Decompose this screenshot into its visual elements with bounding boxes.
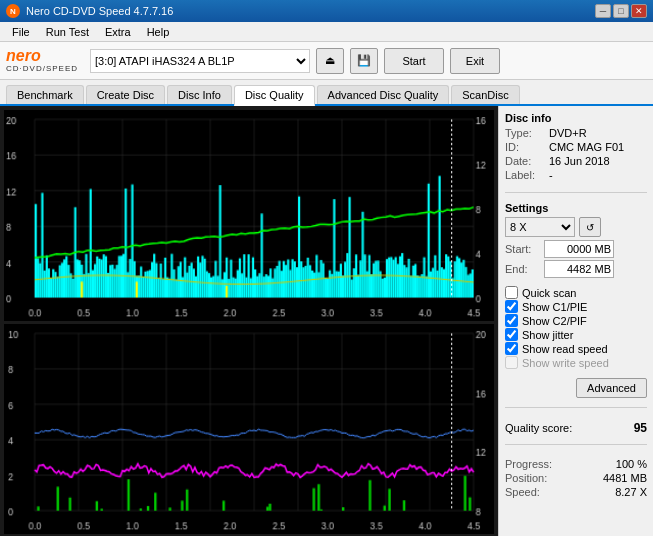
speed-value: 8.27 X	[615, 486, 647, 498]
type-label: Type:	[505, 127, 545, 139]
disc-info-section: Disc info Type: DVD+R ID: CMC MAG F01 Da…	[505, 112, 647, 183]
tab-advanced-disc-quality[interactable]: Advanced Disc Quality	[317, 85, 450, 104]
position-value: 4481 MB	[603, 472, 647, 484]
device-select[interactable]: [3:0] ATAPI iHAS324 A BL1P	[90, 49, 310, 73]
save-button[interactable]: 💾	[350, 48, 378, 74]
show-read-speed-checkbox[interactable]	[505, 342, 518, 355]
menu-extra[interactable]: Extra	[97, 24, 139, 40]
start-label: Start:	[505, 243, 540, 255]
right-panel: Disc info Type: DVD+R ID: CMC MAG F01 Da…	[498, 106, 653, 536]
id-row: ID: CMC MAG F01	[505, 141, 647, 153]
quick-scan-row: Quick scan	[505, 286, 647, 299]
eject-button[interactable]: ⏏	[316, 48, 344, 74]
quick-scan-label: Quick scan	[522, 287, 576, 299]
app-icon: N	[6, 4, 20, 18]
show-jitter-label: Show jitter	[522, 329, 573, 341]
date-row: Date: 16 Jun 2018	[505, 155, 647, 167]
show-jitter-row: Show jitter	[505, 328, 647, 341]
exit-button[interactable]: Exit	[450, 48, 500, 74]
quality-score-value: 95	[634, 421, 647, 435]
speed-label: Speed:	[505, 486, 540, 498]
speed-row: Speed: 8.27 X	[505, 486, 647, 498]
start-range: Start:	[505, 240, 647, 258]
position-row: Position: 4481 MB	[505, 472, 647, 484]
tab-benchmark[interactable]: Benchmark	[6, 85, 84, 104]
settings-section: Settings 8 X ↺ Start: End:	[505, 202, 647, 280]
show-write-speed-checkbox[interactable]	[505, 356, 518, 369]
show-c1pie-row: Show C1/PIE	[505, 300, 647, 313]
label-row: Label: -	[505, 169, 647, 181]
progress-row: Progress: 100 %	[505, 458, 647, 470]
close-button[interactable]: ✕	[631, 4, 647, 18]
maximize-button[interactable]: □	[613, 4, 629, 18]
end-field[interactable]	[544, 260, 614, 278]
progress-value: 100 %	[616, 458, 647, 470]
id-label: ID:	[505, 141, 545, 153]
settings-header: Settings	[505, 202, 647, 214]
show-c2pif-label: Show C2/PIF	[522, 315, 587, 327]
show-write-speed-label: Show write speed	[522, 357, 609, 369]
date-value: 16 Jun 2018	[549, 155, 610, 167]
title-bar-left: N Nero CD-DVD Speed 4.7.7.16	[6, 4, 173, 18]
menu-run-test[interactable]: Run Test	[38, 24, 97, 40]
date-label: Date:	[505, 155, 545, 167]
speed-row: 8 X ↺	[505, 217, 647, 237]
nero-logo: nero CD·DVD/SPEED	[6, 48, 78, 73]
main-content: Disc info Type: DVD+R ID: CMC MAG F01 Da…	[0, 106, 653, 536]
divider-3	[505, 444, 647, 445]
id-value: CMC MAG F01	[549, 141, 624, 153]
divider-2	[505, 407, 647, 408]
show-jitter-checkbox[interactable]	[505, 328, 518, 341]
title-bar: N Nero CD-DVD Speed 4.7.7.16 ─ □ ✕	[0, 0, 653, 22]
show-read-speed-row: Show read speed	[505, 342, 647, 355]
disc-label-value: -	[549, 169, 553, 181]
type-value: DVD+R	[549, 127, 587, 139]
toolbar: nero CD·DVD/SPEED [3:0] ATAPI iHAS324 A …	[0, 42, 653, 80]
type-row: Type: DVD+R	[505, 127, 647, 139]
disc-info-header: Disc info	[505, 112, 647, 124]
speed-select[interactable]: 8 X	[505, 217, 575, 237]
cd-dvd-text: CD·DVD/SPEED	[6, 64, 78, 73]
show-c1pie-label: Show C1/PIE	[522, 301, 587, 313]
quality-score-label: Quality score:	[505, 422, 572, 434]
title-bar-controls: ─ □ ✕	[595, 4, 647, 18]
checkboxes-section: Quick scan Show C1/PIE Show C2/PIF Show …	[505, 286, 647, 370]
show-c2pif-checkbox[interactable]	[505, 314, 518, 327]
quality-score-row: Quality score: 95	[505, 421, 647, 435]
position-label: Position:	[505, 472, 547, 484]
quick-scan-checkbox[interactable]	[505, 286, 518, 299]
start-button[interactable]: Start	[384, 48, 444, 74]
progress-label: Progress:	[505, 458, 552, 470]
refresh-button[interactable]: ↺	[579, 217, 601, 237]
advanced-btn-container: Advanced	[505, 376, 647, 398]
divider-1	[505, 192, 647, 193]
progress-section: Progress: 100 % Position: 4481 MB Speed:…	[505, 458, 647, 500]
show-read-speed-label: Show read speed	[522, 343, 608, 355]
tab-scandisc[interactable]: ScanDisc	[451, 85, 519, 104]
show-c2pif-row: Show C2/PIF	[505, 314, 647, 327]
menu-bar: File Run Test Extra Help	[0, 22, 653, 42]
minimize-button[interactable]: ─	[595, 4, 611, 18]
title-text: Nero CD-DVD Speed 4.7.7.16	[26, 5, 173, 17]
show-write-speed-row: Show write speed	[505, 356, 647, 369]
start-field[interactable]	[544, 240, 614, 258]
nero-text: nero	[6, 48, 78, 64]
tab-create-disc[interactable]: Create Disc	[86, 85, 165, 104]
menu-file[interactable]: File	[4, 24, 38, 40]
tab-disc-quality[interactable]: Disc Quality	[234, 85, 315, 106]
end-range: End:	[505, 260, 647, 278]
tabs-bar: Benchmark Create Disc Disc Info Disc Qua…	[0, 80, 653, 106]
end-label: End:	[505, 263, 540, 275]
menu-help[interactable]: Help	[139, 24, 178, 40]
show-c1pie-checkbox[interactable]	[505, 300, 518, 313]
tab-disc-info[interactable]: Disc Info	[167, 85, 232, 104]
chart-area	[0, 106, 498, 536]
disc-label-label: Label:	[505, 169, 545, 181]
advanced-button[interactable]: Advanced	[576, 378, 647, 398]
